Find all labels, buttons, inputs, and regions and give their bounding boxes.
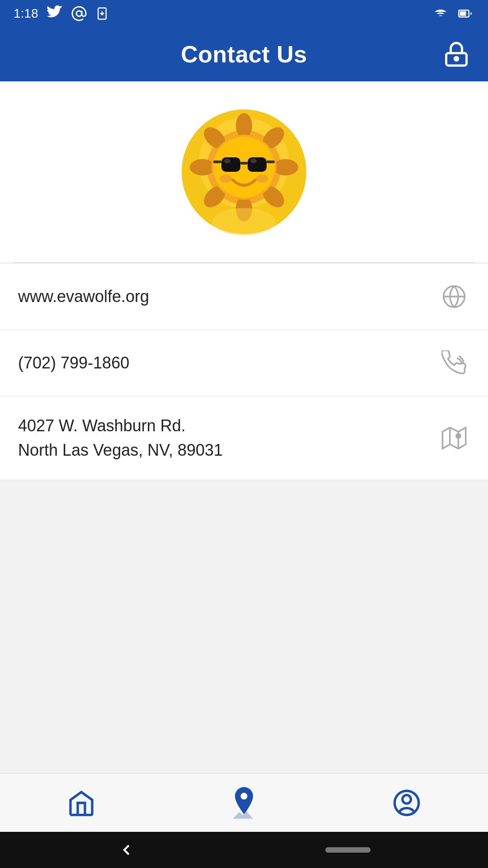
home-icon: [67, 788, 96, 817]
svg-point-28: [220, 175, 232, 183]
address-text: 4027 W. Washburn Rd. North Las Vegas, NV…: [18, 414, 223, 462]
contact-list: www.evawolfe.org (702) 799-1860 4027 W. …: [0, 263, 488, 480]
globe-icon-container: [438, 281, 470, 312]
app-bar: Contact Us: [0, 27, 488, 81]
svg-point-37: [241, 793, 248, 799]
lock-icon: [443, 41, 470, 68]
lock-button[interactable]: [443, 41, 470, 68]
website-text: www.evawolfe.org: [18, 284, 149, 309]
phone-icon-container: [438, 347, 470, 379]
phone-download-icon: [95, 5, 109, 22]
bottom-nav: [0, 773, 488, 832]
location-pin-icon: [230, 787, 258, 819]
svg-point-27: [250, 159, 257, 163]
back-chevron-icon[interactable]: [117, 841, 136, 859]
nav-profile[interactable]: [325, 774, 488, 832]
globe-icon: [441, 284, 467, 309]
logo-area: [0, 81, 488, 262]
svg-rect-24: [213, 160, 221, 163]
address-item[interactable]: 4027 W. Washburn Rd. North Las Vegas, NV…: [0, 396, 488, 480]
status-bar-right: [431, 7, 474, 20]
nav-home[interactable]: [0, 774, 163, 832]
status-bar: 1:18: [0, 0, 488, 27]
svg-marker-33: [442, 428, 465, 449]
sun-logo: [181, 108, 307, 235]
svg-rect-21: [221, 157, 240, 172]
phone-item[interactable]: (702) 799-1860: [0, 330, 488, 396]
twitter-icon: [47, 5, 63, 22]
nav-location[interactable]: [163, 774, 325, 832]
svg-point-36: [456, 434, 460, 438]
content-spacer: [0, 480, 488, 773]
at-sign-icon: [71, 5, 87, 22]
svg-point-11: [236, 113, 252, 138]
svg-point-29: [256, 175, 268, 183]
battery-icon: [455, 7, 474, 20]
page-title: Contact Us: [181, 41, 307, 68]
svg-rect-23: [240, 162, 248, 165]
home-indicator[interactable]: [325, 847, 371, 853]
address-line2: North Las Vegas, NV, 89031: [18, 438, 223, 462]
map-icon-container: [438, 422, 470, 454]
svg-point-13: [273, 159, 298, 175]
address-line1: 4027 W. Washburn Rd.: [18, 414, 223, 438]
svg-point-26: [224, 159, 230, 163]
svg-point-7: [455, 57, 458, 61]
svg-point-17: [190, 159, 215, 175]
status-bar-left: 1:18: [14, 5, 109, 22]
svg-rect-22: [248, 157, 267, 172]
svg-point-0: [76, 11, 82, 16]
wifi-icon: [431, 7, 450, 20]
svg-rect-5: [460, 11, 466, 16]
time-display: 1:18: [14, 6, 38, 21]
website-item[interactable]: www.evawolfe.org: [0, 263, 488, 330]
android-nav-bar: [0, 832, 488, 868]
phone-text: (702) 799-1860: [18, 351, 129, 375]
svg-rect-25: [267, 160, 275, 163]
map-icon: [441, 425, 467, 451]
phone-icon: [441, 350, 467, 376]
profile-icon: [392, 788, 421, 817]
svg-point-39: [403, 795, 411, 803]
svg-point-30: [212, 208, 276, 235]
